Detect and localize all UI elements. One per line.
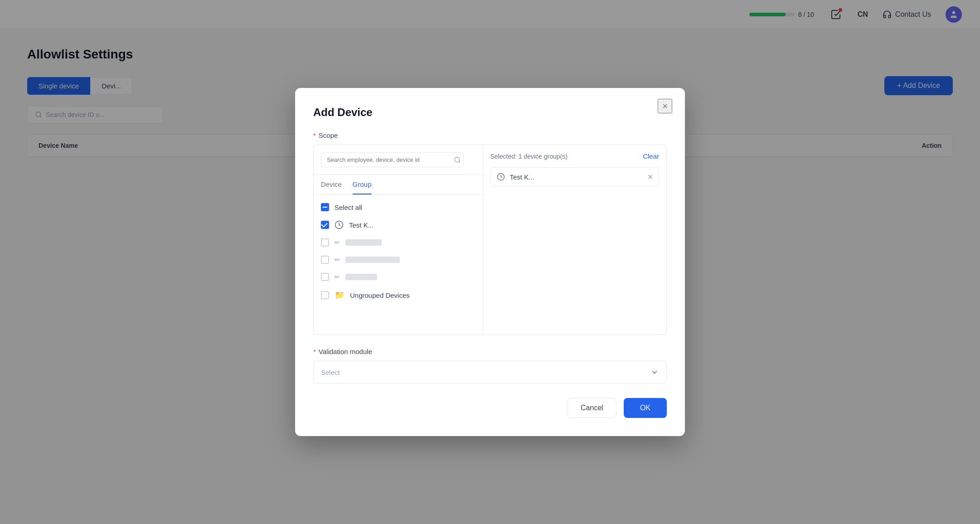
modal-title: Add Device (313, 106, 667, 119)
ungrouped-checkbox[interactable] (321, 291, 329, 299)
edit-icon-1: ✏ (335, 239, 340, 246)
group-icon-testk (335, 220, 344, 229)
edit-icon-2: ✏ (335, 256, 340, 263)
folder-icon: 📁 (335, 290, 344, 300)
modal-overlay: Add Device × * Scope (0, 0, 980, 524)
blurred-label-3 (345, 274, 377, 280)
blurred-item-1[interactable]: ✏ (314, 234, 483, 251)
selected-item-left: Test K... (496, 172, 534, 181)
scope-label: * Scope (313, 131, 667, 139)
blurred-checkbox-3[interactable] (321, 273, 329, 281)
modal-footer: Cancel OK (313, 398, 667, 418)
ok-button[interactable]: OK (624, 398, 667, 418)
scope-label-text: Scope (319, 131, 338, 139)
scope-container: Device Group Select all (313, 145, 667, 335)
testk-checkbox[interactable] (321, 221, 329, 229)
validation-required-marker: * (313, 348, 316, 355)
modal-close-button[interactable]: × (658, 99, 672, 113)
select-placeholder: Select (321, 369, 340, 376)
selected-item-label: Test K... (510, 173, 534, 181)
validation-label-text: Validation module (319, 348, 372, 355)
ungrouped-devices-item[interactable]: 📁 Ungrouped Devices (314, 286, 483, 305)
scope-tabs: Device Group (314, 175, 483, 195)
scope-right-panel: Selected: 1 device group(s) Clear Te (483, 145, 667, 335)
background-page: 8 / 10 CN Contact Us Allowlist Setting (0, 0, 980, 524)
ungrouped-label: Ungrouped Devices (350, 291, 410, 299)
select-all-label: Select all (335, 204, 362, 211)
group-item-testk-label: Test K... (349, 221, 374, 229)
blurred-label-2 (345, 257, 400, 263)
add-device-modal: Add Device × * Scope (295, 88, 685, 436)
clear-button[interactable]: Clear (643, 152, 659, 160)
blurred-item-2[interactable]: ✏ (314, 251, 483, 268)
scope-required-marker: * (313, 131, 316, 139)
tab-device-scope[interactable]: Device (321, 180, 342, 194)
tab-group-scope[interactable]: Group (353, 180, 372, 194)
scope-search-icon (454, 156, 461, 164)
group-item-testk[interactable]: Test K... (314, 216, 483, 234)
select-all-checkbox[interactable] (321, 203, 329, 211)
svg-point-3 (455, 157, 460, 162)
blurred-checkbox-2[interactable] (321, 256, 329, 264)
selected-count: Selected: 1 device group(s) (490, 153, 568, 160)
selected-item-testk: Test K... ✕ (490, 167, 660, 186)
validation-section: * Validation module Select (313, 348, 667, 383)
cancel-button[interactable]: Cancel (568, 398, 616, 418)
scope-left-panel: Device Group Select all (314, 145, 483, 335)
blurred-item-3[interactable]: ✏ (314, 268, 483, 286)
scope-list: Select all Test K... (314, 195, 483, 335)
edit-icon-3: ✏ (335, 273, 340, 281)
select-all-item[interactable]: Select all (314, 199, 483, 216)
scope-right-header: Selected: 1 device group(s) Clear (490, 152, 660, 160)
blurred-label-1 (345, 239, 382, 246)
selected-group-icon (496, 172, 505, 181)
scope-search-input[interactable] (321, 152, 464, 167)
selected-item-remove-button[interactable]: ✕ (647, 173, 653, 181)
svg-line-4 (459, 161, 460, 163)
blurred-checkbox-1[interactable] (321, 238, 329, 247)
scope-search-area (314, 145, 483, 175)
validation-select[interactable]: Select (313, 361, 667, 383)
validation-label: * Validation module (313, 348, 667, 355)
chevron-down-icon (650, 368, 659, 377)
